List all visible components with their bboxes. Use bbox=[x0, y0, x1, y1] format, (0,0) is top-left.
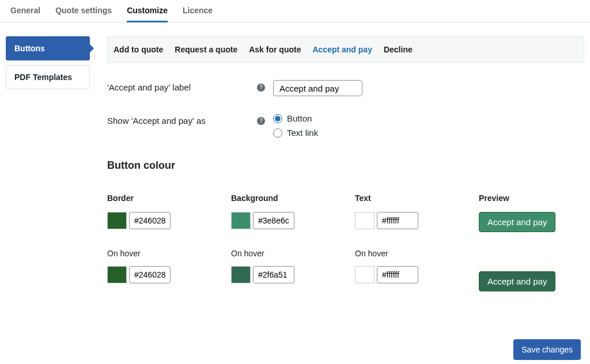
subtab-ask-for-quote[interactable]: Ask for quote bbox=[249, 45, 301, 54]
button-colour-heading: Button colour bbox=[107, 160, 584, 172]
background-hover-label: On hover bbox=[231, 249, 355, 258]
top-tabs: General Quote settings Customize Licence bbox=[0, 0, 590, 22]
sidebar-item-buttons[interactable]: Buttons bbox=[6, 36, 90, 60]
sidebar-item-pdf-templates[interactable]: PDF Templates bbox=[6, 65, 90, 89]
col-head-background: Background bbox=[231, 194, 355, 203]
accept-pay-label-title: 'Accept and pay' label bbox=[107, 80, 257, 92]
col-head-border: Border bbox=[107, 194, 231, 203]
radio-textlink-input[interactable] bbox=[273, 128, 282, 138]
text-hover-hex-input[interactable] bbox=[377, 266, 418, 283]
help-icon[interactable]: ? bbox=[257, 117, 265, 125]
background-column: Background On hover bbox=[231, 194, 355, 311]
text-swatch[interactable] bbox=[355, 212, 375, 229]
text-hover-swatch[interactable] bbox=[355, 266, 375, 283]
preview-button-hover: Accept and pay bbox=[479, 271, 555, 291]
border-hover-hex-input[interactable] bbox=[129, 266, 171, 283]
show-as-title: Show 'Accept and pay' as bbox=[107, 113, 257, 126]
subtab-accept-and-pay[interactable]: Accept and pay bbox=[312, 45, 372, 54]
radio-textlink-label: Text link bbox=[287, 128, 318, 138]
preview-column: Preview Accept and pay Accept and pay bbox=[479, 194, 577, 311]
tab-licence[interactable]: Licence bbox=[183, 6, 213, 22]
subtab-add-to-quote[interactable]: Add to quote bbox=[114, 45, 163, 54]
subtabs: Add to quote Request a quote Ask for quo… bbox=[107, 36, 584, 63]
tab-general[interactable]: General bbox=[10, 6, 40, 22]
content-area: Add to quote Request a quote Ask for quo… bbox=[90, 22, 590, 364]
border-hover-label: On hover bbox=[107, 249, 231, 258]
subtab-decline[interactable]: Decline bbox=[384, 45, 413, 54]
border-hex-input[interactable] bbox=[129, 212, 171, 229]
preview-button-normal: Accept and pay bbox=[479, 212, 555, 232]
radio-button-option[interactable]: Button bbox=[273, 113, 318, 123]
background-hex-input[interactable] bbox=[253, 212, 294, 229]
tab-customize[interactable]: Customize bbox=[127, 6, 168, 22]
col-head-preview: Preview bbox=[479, 194, 577, 203]
save-changes-button[interactable]: Save changes bbox=[513, 339, 581, 360]
text-hex-input[interactable] bbox=[377, 212, 418, 229]
subtab-request-a-quote[interactable]: Request a quote bbox=[175, 45, 237, 54]
radio-textlink-option[interactable]: Text link bbox=[273, 128, 318, 138]
text-hover-label: On hover bbox=[355, 249, 479, 258]
radio-button-input[interactable] bbox=[273, 114, 282, 123]
col-head-text: Text bbox=[355, 194, 479, 203]
background-hover-hex-input[interactable] bbox=[253, 266, 294, 283]
tab-quote-settings[interactable]: Quote settings bbox=[55, 6, 112, 22]
accept-pay-label-input[interactable] bbox=[273, 80, 362, 96]
background-swatch[interactable] bbox=[231, 212, 251, 229]
help-icon[interactable]: ? bbox=[257, 84, 265, 92]
border-swatch[interactable] bbox=[107, 212, 127, 229]
text-column: Text On hover bbox=[355, 194, 479, 311]
radio-button-label: Button bbox=[287, 113, 312, 123]
background-hover-swatch[interactable] bbox=[231, 266, 251, 283]
border-hover-swatch[interactable] bbox=[107, 266, 127, 283]
border-column: Border On hover bbox=[107, 194, 231, 311]
sidebar: Buttons PDF Templates bbox=[0, 22, 90, 364]
